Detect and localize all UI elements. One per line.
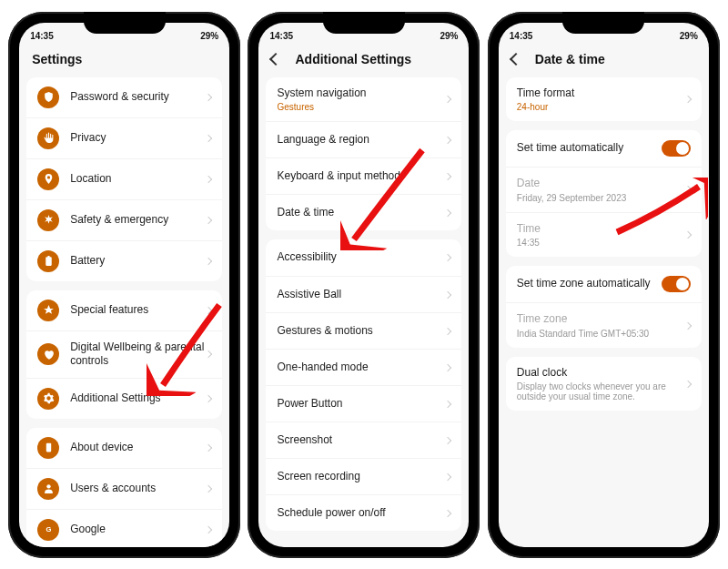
row-safety-emergency[interactable]: Safety & emergency [26, 199, 222, 240]
row-label: Set time zone automatically [517, 277, 662, 291]
row-label: Date [517, 177, 685, 191]
toggle-switch[interactable] [662, 276, 691, 292]
row-label: Digital Wellbeing & parental controls [70, 340, 206, 369]
chevron-icon [684, 380, 692, 387]
row-label: Time format [517, 86, 685, 101]
row-location[interactable]: Location [26, 158, 222, 199]
row-set-time-automatically[interactable]: Set time automatically [506, 130, 702, 167]
row-label: About device [70, 441, 206, 455]
chevron-icon [444, 136, 451, 143]
row-timezone: Time zone India Standard Time GMT+05:30 [506, 302, 702, 348]
row-label: Gestures & motions [277, 324, 445, 339]
row-power-button[interactable]: Power Button [266, 385, 461, 422]
notch [84, 12, 166, 34]
row-special-features[interactable]: Special features [26, 290, 222, 330]
row-screen-recording[interactable]: Screen recording [266, 458, 461, 494]
row-system-navigation[interactable]: System navigation Gestures [266, 77, 461, 122]
row-one-handed[interactable]: One-handed mode [266, 349, 461, 385]
row-set-timezone-automatically[interactable]: Set time zone automatically [506, 266, 702, 302]
page-title: Date & time [535, 52, 605, 66]
row-digital-wellbeing[interactable]: Digital Wellbeing & parental controls [26, 330, 222, 378]
row-time: Time 14:35 [506, 212, 702, 258]
row-dual-clock[interactable]: Dual clock Display two clocks whenever y… [506, 357, 702, 412]
row-google[interactable]: G Google [26, 509, 222, 547]
chevron-icon [684, 231, 692, 239]
row-gestures-motions[interactable]: Gestures & motions [266, 312, 461, 349]
row-value: 14:35 [517, 238, 685, 248]
chevron-icon [205, 134, 212, 141]
row-password-security[interactable]: Password & security [26, 77, 222, 117]
row-privacy[interactable]: Privacy [26, 117, 222, 158]
row-label: Date & time [277, 206, 445, 220]
row-label: Battery [70, 254, 206, 269]
row-label: Keyboard & input method [277, 169, 445, 184]
screen-additional-settings: 14:35 29% Additional Settings System nav… [258, 23, 469, 547]
chevron-icon [684, 186, 692, 193]
title-bar: Date & time [499, 43, 709, 77]
row-screenshot[interactable]: Screenshot [266, 422, 461, 458]
chevron-icon [444, 363, 451, 371]
shield-icon [37, 86, 59, 108]
row-schedule-power[interactable]: Schedule power on/off [266, 494, 461, 531]
gear-icon [37, 388, 59, 410]
row-language-region[interactable]: Language & region [266, 121, 461, 157]
group-system: System navigation Gestures Language & re… [266, 77, 461, 231]
user-icon [37, 478, 59, 500]
chevron-icon [684, 96, 692, 103]
google-icon: G [37, 519, 59, 541]
row-label: Privacy [70, 131, 206, 146]
row-label: Screen recording [277, 470, 445, 484]
row-accessibility[interactable]: Accessibility [266, 239, 461, 276]
title-bar: Additional Settings [258, 43, 469, 77]
row-date: Date Friday, 29 September 2023 [506, 167, 702, 212]
svg-rect-0 [46, 443, 50, 452]
row-value: 24-hour [517, 102, 685, 112]
chevron-icon [205, 525, 212, 533]
battery-icon [37, 250, 59, 272]
row-label: Set time automatically [517, 141, 662, 156]
back-icon[interactable] [510, 52, 522, 65]
row-users-accounts[interactable]: Users & accounts [26, 468, 222, 509]
chevron-icon [444, 96, 451, 103]
row-label: Language & region [277, 133, 445, 147]
row-keyboard-input[interactable]: Keyboard & input method [266, 157, 461, 194]
chevron-icon [205, 394, 212, 401]
hand-icon [37, 127, 59, 149]
chevron-icon [444, 472, 451, 480]
back-icon[interactable] [269, 52, 282, 65]
svg-point-1 [46, 484, 50, 488]
status-time: 14:35 [269, 31, 293, 41]
asterisk-icon [37, 209, 59, 231]
settings-group-security: Password & security Privacy Location Saf… [26, 77, 222, 281]
row-label: Dual clock [517, 366, 685, 381]
card-auto-time: Set time automatically Date Friday, 29 S… [506, 130, 702, 257]
chevron-icon [444, 327, 451, 334]
row-time-format[interactable]: Time format 24-hour [506, 77, 702, 122]
page-title: Settings [32, 52, 82, 66]
screen-date-time: 14:35 29% Date & time Time format 24-hou… [499, 23, 709, 547]
chevron-icon [444, 172, 451, 179]
row-label: Additional Settings [70, 391, 206, 406]
chevron-icon [205, 484, 212, 492]
row-label: System navigation [277, 86, 445, 101]
settings-group-features: Special features Digital Wellbeing & par… [26, 290, 222, 419]
chevron-icon [684, 321, 692, 329]
status-battery: 29% [680, 31, 698, 41]
row-assistive-ball[interactable]: Assistive Ball [266, 276, 461, 312]
row-value: India Standard Time GMT+05:30 [517, 329, 685, 339]
phone-frame-1: 14:35 29% Settings Password & security P… [8, 12, 240, 558]
row-label: Users & accounts [70, 482, 206, 496]
title-bar: Settings [19, 43, 229, 77]
row-label: Safety & emergency [70, 213, 206, 228]
toggle-switch[interactable] [662, 140, 691, 157]
row-about-device[interactable]: About device [26, 428, 222, 468]
row-label: Time [517, 222, 685, 237]
settings-group-about: About device Users & accounts G Google [26, 428, 222, 547]
row-battery[interactable]: Battery [26, 240, 222, 281]
notch [562, 12, 644, 34]
heart-icon [37, 343, 59, 365]
row-additional-settings[interactable]: Additional Settings [26, 378, 222, 419]
svg-text:G: G [46, 525, 51, 533]
row-date-time[interactable]: Date & time [266, 194, 461, 230]
chevron-icon [444, 436, 451, 443]
